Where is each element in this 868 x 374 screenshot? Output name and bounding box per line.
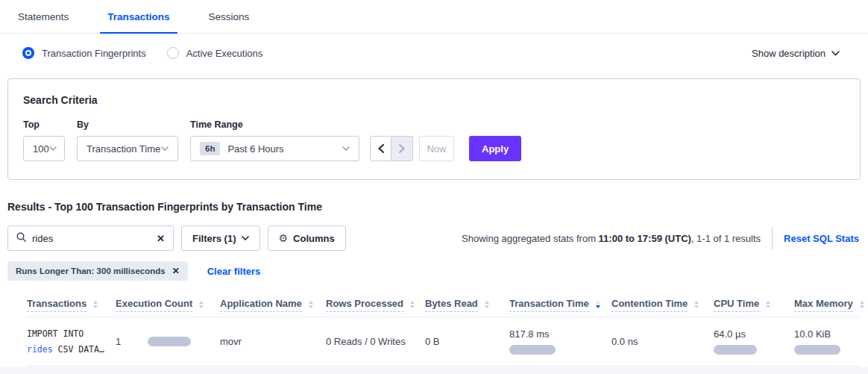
sort-icon — [410, 301, 415, 308]
sort-icon — [860, 301, 864, 308]
filters-button-label: Filters (1) — [192, 233, 236, 244]
active-filters-row: Runs Longer Than: 300 milliseconds ✕ Cle… — [7, 261, 861, 281]
radio-active-executions[interactable]: Active Executions — [167, 47, 263, 59]
time-range-value: Past 6 Hours — [227, 143, 342, 155]
cpu-time-bar — [714, 345, 757, 355]
time-range-select[interactable]: 6h Past 6 Hours — [190, 136, 359, 161]
sort-icon — [766, 301, 770, 308]
table-header-row: Transactions Execution Count Application… — [27, 293, 861, 317]
search-criteria-title: Search Criteria — [23, 94, 845, 106]
apply-button[interactable]: Apply — [469, 136, 521, 161]
time-range-badge: 6h — [200, 142, 220, 155]
execution-count-cell: 1 — [116, 336, 220, 347]
transaction-fingerprint-link[interactable]: IMPORT INTO rides CSV DATA… — [27, 326, 116, 357]
time-range-label: Time Range — [190, 119, 359, 130]
search-criteria-card: Search Criteria Top 100 By Transaction T… — [7, 78, 861, 180]
column-header-rows-processed[interactable]: Rows Processed — [326, 298, 425, 312]
sql-line-2: rides CSV DATA… — [27, 342, 116, 358]
time-range-field: Time Range 6h Past 6 Hours — [190, 119, 359, 161]
aggregated-stats-text: Showing aggregated stats from 11:00 to 1… — [462, 233, 761, 244]
search-match-highlight: rides — [27, 344, 53, 355]
search-input[interactable] — [32, 233, 157, 244]
gear-icon: ⚙ — [279, 232, 289, 244]
sort-icon — [694, 301, 699, 308]
columns-button-label: Columns — [293, 233, 335, 244]
application-name-cell: movr — [220, 336, 326, 347]
chevron-down-icon — [242, 236, 249, 240]
top-select-value: 100 — [33, 143, 49, 155]
contention-time-cell: 0.0 ns — [611, 336, 714, 347]
column-header-max-memory[interactable]: Max Memory — [794, 298, 868, 312]
transactions-table: Transactions Execution Count Application… — [7, 293, 861, 367]
by-select-value: Transaction Time — [87, 143, 161, 155]
tab-sessions[interactable]: Sessions — [201, 0, 257, 33]
chevron-down-icon — [342, 146, 350, 151]
rows-processed-cell: 0 Reads / 0 Writes — [326, 336, 425, 347]
max-memory-value: 10.0 KiB — [794, 328, 868, 340]
column-header-cpu-time[interactable]: CPU Time — [714, 298, 794, 312]
transaction-time-value: 817.8 ms — [509, 328, 611, 340]
results-search-box[interactable]: ✕ — [7, 225, 174, 251]
view-toggle-row: Transaction Fingerprints Active Executio… — [0, 34, 868, 72]
search-icon — [16, 231, 26, 245]
column-header-execution-count[interactable]: Execution Count — [116, 298, 220, 312]
show-description-label: Show description — [752, 48, 825, 59]
bytes-read-cell: 0 B — [425, 336, 509, 347]
page-bottom-gutter — [0, 367, 868, 374]
filter-tag-label: Runs Longer Than: 300 milliseconds — [16, 267, 166, 275]
top-field: Top 100 — [23, 119, 65, 161]
transaction-time-cell: 817.8 ms — [509, 328, 611, 355]
time-window-arrows — [370, 136, 413, 161]
stats-time-range: 11:00 to 17:59 (UTC) — [599, 233, 691, 244]
toolbar-divider — [772, 227, 773, 249]
next-time-window-button[interactable] — [391, 136, 413, 161]
radio-transaction-fingerprints[interactable]: Transaction Fingerprints — [22, 47, 146, 59]
results-heading: Results - Top 100 Transaction Fingerprin… — [7, 201, 861, 213]
remove-filter-icon[interactable]: ✕ — [172, 267, 180, 275]
radio-label: Transaction Fingerprints — [42, 48, 146, 59]
filter-tag-runs-longer-than[interactable]: Runs Longer Than: 300 milliseconds ✕ — [7, 261, 188, 281]
cpu-time-value: 64.0 µs — [714, 328, 794, 340]
column-header-transactions[interactable]: Transactions — [27, 298, 116, 312]
clear-search-icon[interactable]: ✕ — [157, 234, 165, 243]
sort-icon — [199, 301, 204, 308]
chevron-right-icon — [399, 144, 405, 153]
top-label: Top — [23, 119, 65, 130]
show-description-toggle[interactable]: Show description — [752, 48, 840, 59]
by-field: By Transaction Time — [77, 119, 178, 161]
results-section: Results - Top 100 Transaction Fingerprin… — [0, 201, 868, 367]
reset-sql-stats-link[interactable]: Reset SQL Stats — [784, 233, 859, 244]
results-toolbar: ✕ Filters (1) ⚙ Columns Showing aggregat… — [7, 225, 861, 251]
by-select[interactable]: Transaction Time — [77, 136, 178, 161]
column-header-bytes-read[interactable]: Bytes Read — [425, 298, 509, 312]
columns-button[interactable]: ⚙ Columns — [268, 225, 346, 251]
chevron-down-icon — [49, 146, 57, 151]
table-row: IMPORT INTO rides CSV DATA… 1 movr 0 Rea… — [27, 317, 861, 367]
now-button[interactable]: Now — [419, 136, 454, 161]
max-memory-cell: 10.0 KiB — [794, 328, 868, 355]
chevron-down-icon — [831, 51, 840, 56]
previous-time-window-button[interactable] — [370, 136, 391, 161]
filters-button[interactable]: Filters (1) — [181, 225, 260, 251]
top-select[interactable]: 100 — [23, 136, 65, 161]
column-header-application-name[interactable]: Application Name — [220, 298, 326, 312]
column-header-transaction-time[interactable]: Transaction Time — [509, 298, 611, 312]
column-header-contention-time[interactable]: Contention Time — [611, 298, 714, 312]
chevron-down-icon — [161, 146, 169, 151]
by-label: By — [77, 119, 178, 130]
radio-label: Active Executions — [186, 48, 263, 59]
sort-icon — [93, 301, 98, 308]
sort-icon — [485, 301, 489, 308]
chevron-left-icon — [378, 144, 384, 153]
radio-unselected-icon — [167, 47, 179, 59]
execution-count-value: 1 — [116, 336, 121, 347]
radio-selected-icon — [22, 47, 34, 59]
sort-icon-descending-active — [596, 301, 600, 308]
tab-transactions[interactable]: Transactions — [100, 0, 177, 33]
execution-count-bar — [148, 337, 191, 346]
page-tabs: Statements Transactions Sessions — [0, 0, 868, 34]
tab-statements[interactable]: Statements — [10, 0, 76, 33]
sort-icon — [309, 301, 313, 308]
cpu-time-cell: 64.0 µs — [714, 328, 794, 355]
clear-filters-link[interactable]: Clear filters — [207, 266, 261, 277]
